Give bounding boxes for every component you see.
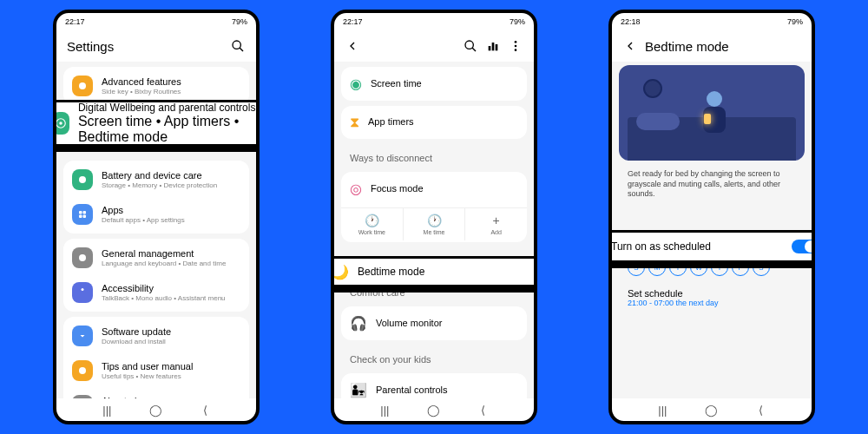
toggle-switch[interactable] (792, 240, 815, 253)
tab-me-time[interactable]: 🕐Me time (404, 208, 466, 240)
section-disconnect: Ways to disconnect (341, 144, 527, 167)
svg-point-10 (79, 367, 86, 374)
header: Settings (56, 30, 256, 62)
nav-back[interactable]: ⟨ (199, 403, 213, 417)
svg-point-13 (59, 122, 62, 125)
nav-home[interactable]: ◯ (149, 403, 163, 417)
section-kids: Check on your kids (341, 345, 527, 368)
svg-point-3 (79, 176, 86, 183)
svg-point-2 (79, 82, 86, 89)
phone-wellbeing: 22:17 79% ◉Screen time ⧗App timers Ways … (331, 10, 537, 424)
item-parental-controls[interactable]: 👨‍👧Parental controls (341, 375, 527, 398)
nav-back[interactable]: ⟨ (754, 403, 768, 417)
svg-line-15 (472, 48, 476, 51)
plus-icon: + (465, 214, 527, 227)
svg-point-21 (515, 49, 517, 51)
nav-home[interactable]: ◯ (705, 403, 719, 417)
svg-line-1 (240, 48, 243, 51)
svg-point-0 (233, 41, 240, 49)
svg-point-8 (79, 254, 86, 261)
nav-back[interactable]: ⟨ (477, 403, 490, 417)
focus-tabs: 🕐Work time 🕐Me time +Add (341, 207, 527, 240)
item-about[interactable]: About phoneStatus • Legal information • … (63, 388, 249, 398)
item-software[interactable]: Software updateDownload and install (63, 319, 249, 353)
svg-point-14 (465, 41, 473, 49)
phone-bedtime: 22:18 79% Bedtime mode Get ready for bed… (608, 10, 815, 424)
page-title: Bedtime mode (645, 39, 801, 54)
item-focus-mode[interactable]: ◎Focus mode (341, 174, 527, 204)
item-screen-time[interactable]: ◉Screen time (341, 69, 527, 99)
clock-person-icon: 🕐 (404, 214, 465, 227)
item-general[interactable]: General managementLanguage and keyboard … (63, 240, 249, 275)
highlight-turn-on-scheduled[interactable]: Turn on as scheduled (608, 230, 815, 263)
item-volume-monitor[interactable]: 🎧Volume monitor (341, 308, 527, 339)
hourglass-icon: ⧗ (350, 115, 359, 130)
status-bar: 22:17 79% (56, 13, 256, 30)
status-bar: 22:18 79% (612, 13, 812, 30)
tab-work-time[interactable]: 🕐Work time (341, 208, 404, 240)
nav-bar: ||| ◯ ⟨ (612, 398, 812, 421)
svg-point-20 (515, 45, 517, 48)
status-right: 79% (510, 17, 525, 26)
svg-rect-5 (83, 211, 87, 214)
search-icon[interactable] (463, 38, 478, 54)
clock-lock-icon: 🕐 (341, 214, 403, 227)
target-icon: ◎ (350, 181, 362, 197)
status-time: 22:17 (65, 17, 85, 26)
nav-recent[interactable]: ||| (655, 403, 669, 417)
back-icon[interactable] (622, 38, 638, 54)
status-right: 79% (232, 17, 247, 26)
nav-home[interactable]: ◯ (427, 403, 441, 417)
more-icon[interactable] (508, 38, 523, 54)
bedtime-illustration (619, 65, 805, 161)
bedtime-description: Get ready for bed by changing the screen… (619, 164, 805, 205)
moon-icon: 🌙 (332, 264, 349, 280)
tab-add[interactable]: +Add (465, 208, 527, 240)
svg-point-19 (515, 41, 517, 43)
chart-icon[interactable] (485, 38, 501, 54)
highlight-bedtime-mode[interactable]: 🌙 Bedtime mode (331, 256, 537, 287)
header (334, 30, 534, 62)
status-right: 79% (787, 17, 803, 26)
item-battery[interactable]: Battery and device careStorage • Memory … (63, 162, 249, 197)
nav-bar: ||| ◯ ⟨ (56, 398, 256, 421)
back-icon[interactable] (345, 38, 360, 54)
svg-point-9 (82, 288, 84, 291)
headphones-icon: 🎧 (350, 315, 367, 332)
status-time: 22:18 (621, 17, 641, 26)
nav-recent[interactable]: ||| (378, 403, 391, 417)
svg-rect-17 (492, 43, 495, 50)
svg-rect-4 (79, 211, 82, 214)
status-bar: 22:17 79% (334, 13, 534, 30)
item-tips[interactable]: Tips and user manualUseful tips • New fe… (63, 353, 249, 388)
svg-rect-18 (496, 44, 498, 50)
item-advanced-features[interactable]: Advanced featuresSide key • Bixby Routin… (63, 69, 249, 103)
nav-bar: ||| ◯ ⟨ (334, 398, 534, 421)
clock-icon: ◉ (350, 76, 362, 92)
highlight-digital-wellbeing[interactable]: Digital Wellbeing and parental controlsS… (53, 100, 260, 147)
svg-rect-6 (79, 215, 82, 219)
item-set-schedule[interactable]: Set schedule 21:00 - 07:00 the next day (619, 283, 805, 312)
header: Bedtime mode (612, 30, 812, 62)
phone-settings: 22:17 79% Settings Advanced featuresSide… (53, 10, 260, 424)
wellbeing-list: ◉Screen time ⧗App timers Ways to disconn… (334, 62, 534, 398)
search-icon[interactable] (230, 38, 246, 54)
item-apps[interactable]: AppsDefault apps • App settings (63, 197, 249, 232)
nav-recent[interactable]: ||| (100, 403, 114, 417)
page-title: Settings (67, 39, 223, 54)
status-time: 22:17 (343, 17, 363, 26)
svg-rect-16 (489, 46, 491, 50)
family-icon: 👨‍👧 (350, 382, 367, 398)
svg-rect-7 (83, 215, 87, 219)
item-app-timers[interactable]: ⧗App timers (341, 108, 527, 137)
item-accessibility[interactable]: AccessibilityTalkBack • Mono audio • Ass… (63, 275, 249, 310)
